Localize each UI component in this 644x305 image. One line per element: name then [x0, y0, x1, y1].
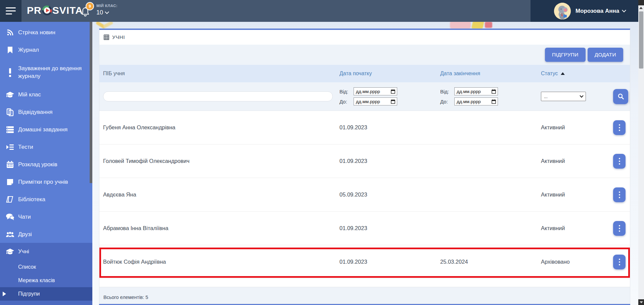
graduation-cap-icon	[6, 90, 14, 99]
date-end-filter: Від: дд.мм.рррр До: дд.мм.рррр	[440, 87, 541, 105]
logo-text-right: SVITA	[52, 5, 83, 16]
date-start-value: 01.09.2023	[339, 158, 440, 164]
user-chevron-down-icon	[622, 8, 626, 12]
sidebar-group-students: Учні Список Мережа класів Підгрупи	[0, 243, 92, 305]
page-scrollbar[interactable]	[638, 0, 644, 305]
student-name: Губеня Анна Олександрівна	[103, 124, 339, 131]
app-logo[interactable]: PR SVITA	[27, 5, 83, 16]
scrollbar-up-arrow-icon[interactable]	[639, 7, 643, 9]
sort-ascending-icon	[561, 72, 565, 75]
scrollbar-down-arrow-icon	[640, 301, 643, 303]
sidebar-item-friends[interactable]: Друзі	[0, 226, 92, 243]
date-start-filter: Від: дд.мм.рррр До: дд.мм.рррр	[339, 87, 440, 105]
user-name: Морозова Анна	[576, 8, 619, 14]
calendar-picker-icon[interactable]	[391, 99, 395, 104]
main-content: УЧНІ ПІДГРУПИ ДОДАТИ ПІБ учня Дата почат…	[92, 22, 638, 305]
background-art-left	[96, 21, 113, 29]
calendar-picker-icon[interactable]	[492, 99, 496, 104]
list-play-icon	[6, 143, 14, 151]
student-name: Головей Тимофій Олександрович	[103, 158, 339, 164]
row-actions-button[interactable]	[613, 154, 626, 169]
row-actions-button[interactable]	[613, 255, 626, 269]
add-button[interactable]: ДОДАТИ	[588, 48, 623, 62]
calendar-icon	[6, 160, 14, 169]
avatar	[554, 3, 571, 19]
sticky-note-icon	[6, 178, 14, 186]
sidebar-item-student-notes[interactable]: Примітки про учнів	[0, 173, 92, 191]
sidebar-item-journal[interactable]: Журнал	[0, 41, 92, 59]
sidebar-subitem-class-network[interactable]: Мережа класів	[0, 274, 92, 287]
status-value: Архівовано	[541, 259, 613, 265]
sidebar-item-news-feed[interactable]: Стрічка новин	[0, 24, 92, 41]
filter-row: Від: дд.мм.рррр До: дд.мм.рррр	[99, 82, 630, 111]
students-panel: УЧНІ ПІДГРУПИ ДОДАТИ ПІБ учня Дата почат…	[99, 29, 630, 304]
table-footer: Всього елементів: 5	[99, 287, 630, 304]
chat-icon	[6, 213, 14, 221]
user-menu[interactable]: Морозова Анна	[531, 0, 638, 22]
calendar-picker-icon[interactable]	[492, 89, 496, 94]
clear-filters-button[interactable]: ✕	[630, 89, 630, 104]
row-actions-button[interactable]	[613, 221, 626, 236]
table-bottom-gap	[99, 279, 630, 287]
sidebar-subitem-subgroups[interactable]: Підгрупи	[0, 287, 92, 301]
sidebar-item-attendance[interactable]: Відвідування	[0, 103, 92, 121]
date-end-to-input[interactable]: дд.мм.рррр	[454, 97, 498, 105]
my-class-value: 10	[96, 9, 103, 16]
student-name: Авдєєва Яна	[103, 191, 339, 198]
student-name: Абрамова Інна Віталіївна	[103, 225, 339, 231]
date-end-from-input[interactable]: дд.мм.рррр	[454, 87, 498, 95]
table-row[interactable]: Губеня Анна Олександрівна 01.09.2023 Акт…	[99, 111, 630, 144]
top-bar: PR SVITA 9 МІЙ КЛАС: 10	[0, 0, 644, 22]
date-start-value: 01.09.2023	[339, 124, 440, 131]
column-header-date-start[interactable]: Дата початку	[339, 71, 440, 77]
table-row-highlighted[interactable]: Войтюк Софія Андріївна 01.09.2023 25.03.…	[99, 245, 630, 279]
date-end-value: 25.03.2024	[440, 259, 541, 265]
panel-header: УЧНІ	[99, 30, 630, 45]
sidebar-item-journal-remarks[interactable]: Зауваження до ведення журналу	[0, 59, 92, 86]
scrollbar-thumb[interactable]	[639, 11, 643, 69]
page-title: УЧНІ	[112, 34, 125, 40]
my-class-label: МІЙ КЛАС:	[96, 4, 118, 8]
sidebar-item-students[interactable]: Учні	[0, 243, 92, 260]
search-icon	[617, 93, 624, 100]
table-row[interactable]: Головей Тимофій Олександрович 01.09.2023…	[99, 144, 630, 178]
sidebar-item-my-class[interactable]: Мій клас	[0, 86, 92, 103]
row-actions-button[interactable]	[613, 187, 626, 202]
sidebar-scrollbar-thumb[interactable]	[90, 22, 92, 183]
pages-icon	[6, 108, 14, 117]
date-start-from-input[interactable]: дд.мм.рррр	[354, 87, 397, 95]
column-header-status[interactable]: Статус	[541, 71, 613, 77]
hamburger-icon	[6, 7, 16, 8]
column-header-date-end[interactable]: Дата закінчення	[440, 71, 541, 77]
table-row[interactable]: Авдєєва Яна 05.09.2023 Активний	[99, 178, 630, 212]
sidebar-item-homework[interactable]: Домашні завдання	[0, 121, 92, 138]
search-button[interactable]	[613, 89, 628, 104]
subgroups-button[interactable]: ПІДГРУПИ	[545, 48, 586, 62]
sidebar: Стрічка новин Журнал Зауваження до веден…	[0, 22, 92, 305]
chevron-down-icon	[105, 10, 109, 14]
panel-toolbar: ПІДГРУПИ ДОДАТИ	[99, 45, 630, 65]
date-start-to-input[interactable]: дд.мм.рррр	[354, 97, 397, 105]
book-icon	[6, 195, 14, 204]
sidebar-item-tests[interactable]: Тести	[0, 138, 92, 156]
background-art-right	[450, 21, 494, 29]
sidebar-item-library[interactable]: Бібліотека	[0, 191, 92, 208]
sidebar-item-chats[interactable]: Чати	[0, 208, 92, 226]
select-chevron-icon	[580, 94, 583, 97]
date-start-value: 01.09.2023	[339, 259, 440, 265]
name-filter-input[interactable]	[103, 91, 333, 101]
sidebar-item-schedule[interactable]: Розклад уроків	[0, 156, 92, 173]
sidebar-subitem-list[interactable]: Список	[0, 260, 92, 274]
bookmark-icon	[6, 46, 14, 54]
calendar-picker-icon[interactable]	[391, 89, 395, 94]
active-marker-icon	[3, 292, 6, 296]
status-filter-select[interactable]: ...	[541, 92, 586, 101]
rss-icon	[6, 28, 14, 37]
hamburger-menu-button[interactable]	[0, 0, 21, 22]
table-row[interactable]: Абрамова Інна Віталіївна 01.09.2023 Акти…	[99, 212, 630, 245]
status-value: Активний	[541, 124, 613, 131]
date-start-value: 05.09.2023	[339, 191, 440, 198]
row-actions-button[interactable]	[613, 120, 626, 135]
my-class-selector[interactable]: МІЙ КЛАС: 10	[96, 4, 118, 16]
logo-text-left: PR	[27, 5, 42, 16]
